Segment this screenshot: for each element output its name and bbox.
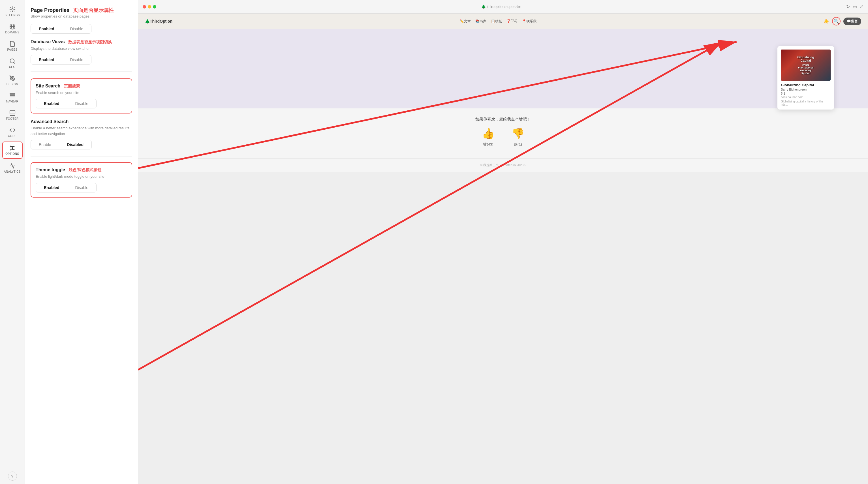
sidebar-label-options: OPTIONS [5, 152, 19, 155]
sidebar-item-footer[interactable]: FOOTER [2, 107, 23, 123]
svg-point-3 [10, 59, 14, 63]
sidebar-item-analytics[interactable]: ANALYTICS [2, 160, 23, 176]
reaction-row: 👍 赞(43) 👎 踩(1) [144, 128, 862, 147]
book-rating: 8.1 [781, 92, 831, 95]
thumbs-down-icon[interactable]: 👎 [512, 128, 524, 139]
preview-grid-area: Globalizing Capital of theInternationalM… [138, 29, 868, 108]
nav-faq[interactable]: ❓FAQ [506, 19, 518, 24]
site-search-title-chinese: 页面搜索 [64, 84, 80, 88]
sidebar-item-domains[interactable]: DOMAINS [2, 21, 23, 37]
nav-library[interactable]: 📚书库 [475, 19, 486, 24]
help-button[interactable]: ? [8, 472, 17, 481]
browser-favicon: 🌲 [481, 4, 486, 9]
theme-toggle-desc: Enable light/dark mode toggle on your si… [36, 174, 127, 180]
search-icon: 🔍 [833, 19, 839, 24]
tablet-icon[interactable]: ▭ [853, 4, 857, 9]
preview-footer: © 我选第三个 | Created in 2023.5 [138, 158, 868, 172]
site-search-section: Site Search 页面搜索 Enable search on your s… [31, 78, 132, 114]
browser-url-text: thirdoption.super.site [488, 4, 522, 9]
browser-icons: ↻ ▭ ⤢ [846, 4, 864, 9]
site-nav: 🌲ThirdOption ✏️文章 📚书库 📋模板 ❓FAQ 📍联系我 ☀️ 🔍… [138, 13, 868, 29]
site-search-title: Site Search 页面搜索 [36, 84, 127, 89]
sidebar-item-options[interactable]: OPTIONS [2, 141, 23, 159]
theme-toggle-section: Theme toggle 浅色/深色模式按钮 Enable light/dark… [31, 162, 132, 198]
refresh-icon[interactable]: ↻ [846, 4, 850, 9]
advanced-search-desc: Enable a better search experience with m… [31, 125, 132, 136]
sidebar-item-settings[interactable]: SETTINGS [2, 3, 23, 20]
site-search-enable-btn[interactable]: Enabled [36, 99, 67, 108]
theme-enable-btn[interactable]: Enabled [36, 183, 67, 192]
preview-panel: 🌲 thirdoption.super.site ↻ ▭ ⤢ 🌲ThirdOpt… [138, 0, 868, 484]
book-card: Globalizing Capital of theInternationalM… [777, 46, 834, 109]
advanced-search-disable-btn[interactable]: Disabled [59, 140, 91, 149]
footer-text: © 我选第三个 | Created in 2023.5 [480, 163, 526, 167]
thumbs-up-icon[interactable]: 👍 [482, 128, 495, 139]
preview-content: 🌲ThirdOption ✏️文章 📚书库 📋模板 ❓FAQ 📍联系我 ☀️ 🔍… [138, 13, 868, 484]
like-count: 赞(43) [483, 142, 493, 147]
sidebar-label-navbar: NAVBAR [6, 100, 19, 103]
database-views-title-chinese: 数据表是否显示视图切换 [68, 40, 112, 44]
site-nav-actions: ☀️ 🔍 💬留言 [824, 17, 861, 26]
svg-rect-9 [10, 110, 15, 114]
database-views-enable-btn[interactable]: Enabled [31, 55, 62, 64]
page-properties-disable-btn[interactable]: Disable [62, 24, 91, 33]
sidebar-item-seo[interactable]: SEO [2, 55, 23, 71]
comment-button[interactable]: 💬留言 [843, 18, 861, 25]
nav-contact[interactable]: 📍联系我 [522, 19, 536, 24]
database-views-toggle: Enabled Disable [31, 55, 91, 65]
page-properties-enable-btn[interactable]: Enabled [31, 24, 62, 33]
sidebar-item-navbar[interactable]: NAVBAR [2, 90, 23, 106]
database-views-disable-btn[interactable]: Disable [62, 55, 91, 64]
cta-text: 如果你喜欢，就给我点个赞吧！ [144, 117, 862, 122]
svg-rect-6 [10, 93, 15, 95]
sidebar-label-domains: DOMAINS [5, 31, 19, 34]
preview-bottom: 如果你喜欢，就给我点个赞吧！ 👍 赞(43) 👎 踩(1) [138, 108, 868, 158]
advanced-search-enable-btn[interactable]: Enable [31, 140, 59, 149]
sidebar-item-pages[interactable]: PAGES [2, 38, 23, 54]
sidebar: SETTINGS DOMAINS PAGES SEO DESIGN NAVBAR… [0, 0, 25, 484]
expand-icon[interactable]: ⤢ [860, 4, 864, 9]
sidebar-label-seo: SEO [9, 65, 16, 68]
site-nav-links: ✏️文章 📚书库 📋模板 ❓FAQ 📍联系我 [460, 19, 536, 24]
browser-close-dot [143, 5, 146, 8]
browser-min-dot [148, 5, 151, 8]
site-search-disable-btn[interactable]: Disable [67, 99, 96, 108]
nav-articles[interactable]: ✏️文章 [460, 19, 471, 24]
theme-toggle-title: Theme toggle 浅色/深色模式按钮 [36, 167, 127, 173]
site-search-toggle: Enabled Disable [36, 99, 97, 108]
theme-toggle-toggle: Enabled Disable [36, 183, 97, 192]
database-views-desc: Displays the database view switcher [31, 46, 132, 52]
sidebar-label-settings: SETTINGS [4, 13, 20, 17]
svg-line-4 [13, 62, 15, 63]
database-views-title: Database Views 数据表是否显示视图切换 [31, 39, 132, 45]
page-title: Page Properties 页面是否显示属性 [31, 7, 132, 13]
page-subtitle: Show properties on database pages [31, 14, 132, 19]
sidebar-item-design[interactable]: DESIGN [2, 72, 23, 89]
page-title-chinese: 页面是否显示属性 [73, 7, 114, 13]
search-button[interactable]: 🔍 [832, 17, 841, 26]
page-properties-toggle: Enabled Disable [31, 24, 91, 34]
site-logo: 🌲ThirdOption [145, 19, 173, 24]
settings-panel: Page Properties 页面是否显示属性 Show properties… [25, 0, 138, 484]
main-content: Page Properties 页面是否显示属性 Show properties… [25, 0, 868, 484]
theme-disable-btn[interactable]: Disable [67, 183, 96, 192]
sidebar-item-code[interactable]: CODE [2, 124, 23, 140]
book-author: Barry Eichengreen [781, 88, 831, 91]
svg-point-0 [11, 8, 13, 10]
browser-max-dot [153, 5, 156, 8]
sun-icon[interactable]: ☀️ [824, 19, 829, 24]
reaction-dislike: 👎 踩(1) [512, 128, 524, 147]
sidebar-label-design: DESIGN [6, 83, 18, 86]
book-cover: Globalizing Capital of theInternationalM… [781, 50, 831, 80]
svg-rect-17 [10, 149, 11, 150]
browser-bar: 🌲 thirdoption.super.site ↻ ▭ ⤢ [138, 0, 868, 13]
database-views-section: Database Views 数据表是否显示视图切换 Displays the … [31, 39, 132, 72]
browser-url: 🌲 thirdoption.super.site [160, 4, 843, 9]
dislike-count: 踩(1) [514, 142, 522, 147]
sidebar-label-pages: PAGES [7, 48, 17, 51]
theme-toggle-title-chinese: 浅色/深色模式按钮 [68, 167, 101, 172]
advanced-search-section: Advanced Search Enable a better search e… [31, 119, 132, 157]
book-url: book.douban.com [781, 96, 831, 99]
nav-templates[interactable]: 📋模板 [491, 19, 502, 24]
browser-controls [143, 5, 156, 8]
